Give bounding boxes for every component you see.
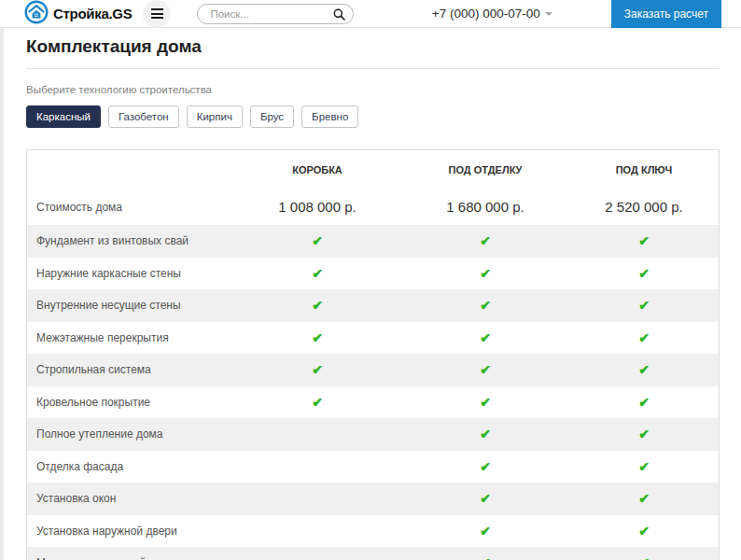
search-icon[interactable] xyxy=(333,7,345,24)
check-icon: ✔ xyxy=(480,427,491,441)
check-cell: ✔ xyxy=(233,329,401,346)
check-icon: ✔ xyxy=(638,524,650,539)
check-cell: ✔ xyxy=(401,329,569,346)
table-row: Установка окон ✔ ✔ xyxy=(27,483,719,515)
check-icon: ✔ xyxy=(480,362,491,377)
check-cell: ✔ xyxy=(401,554,569,560)
table-row: Наружние каркасные стены ✔ ✔ ✔ xyxy=(27,258,719,290)
check-icon: ✔ xyxy=(638,555,650,560)
check-cell: ✔ xyxy=(569,426,719,442)
check-cell: ✔ xyxy=(233,361,401,378)
check-icon: ✔ xyxy=(638,298,650,313)
check-icon: ✔ xyxy=(312,233,323,248)
column-header-pod-klyuch: ПОД КЛЮЧ xyxy=(569,164,719,175)
price-row-label: Стоимость дома xyxy=(27,201,233,214)
check-icon: ✔ xyxy=(312,266,323,281)
check-cell: ✔ xyxy=(401,297,569,314)
check-cell: ✔ xyxy=(569,458,719,475)
tab-gazobeton[interactable]: Газобетон xyxy=(108,105,179,128)
page-title: Комплектация дома xyxy=(26,37,720,56)
check-cell: ✔ xyxy=(569,361,719,378)
column-header-korobka: КОРОБКА xyxy=(233,164,401,175)
check-cell: ✔ xyxy=(569,554,719,560)
check-icon: ✔ xyxy=(638,459,650,474)
check-cell: ✔ xyxy=(233,394,401,411)
hamburger-icon xyxy=(151,8,163,10)
site-logo[interactable]: Стройка.GS xyxy=(24,0,132,28)
check-cell: ✔ xyxy=(401,426,569,442)
check-cell: ✔ xyxy=(401,265,569,282)
row-label: Межэтажные перекрытия xyxy=(27,331,233,344)
row-label: Стропильная система xyxy=(27,363,233,376)
house-logo-icon xyxy=(24,0,49,28)
logo-text: Стройка.GS xyxy=(53,6,132,21)
row-label: Установка наружной двери xyxy=(27,525,233,538)
check-icon: ✔ xyxy=(480,330,491,345)
check-cell: ✔ xyxy=(401,361,569,378)
check-icon: ✔ xyxy=(480,459,491,474)
table-row: Отделка фасада ✔ ✔ xyxy=(27,451,719,483)
table-row: Внутренние несущие стены ✔ ✔ ✔ xyxy=(27,289,719,322)
feature-rows: Фундамент из винтовых свай ✔ ✔ ✔ Наружни… xyxy=(27,225,719,560)
check-cell: ✔ xyxy=(569,232,719,249)
check-icon: ✔ xyxy=(480,555,491,560)
check-cell: ✔ xyxy=(569,490,719,507)
menu-button[interactable] xyxy=(143,0,171,28)
content: Комплектация дома Выберите технологию ст… xyxy=(4,28,741,560)
table-row: Монтаж водосточной системы ✔ ✔ xyxy=(27,547,719,560)
table-header-row: КОРОБКА ПОД ОТДЕЛКУ ПОД КЛЮЧ xyxy=(27,150,719,189)
check-icon: ✔ xyxy=(480,395,491,410)
check-icon: ✔ xyxy=(312,395,323,410)
row-label: Кровельное покрытие xyxy=(27,396,233,409)
package-comparison-table: КОРОБКА ПОД ОТДЕЛКУ ПОД КЛЮЧ Стоимость д… xyxy=(26,149,720,560)
check-icon: ✔ xyxy=(638,491,650,506)
check-cell: ✔ xyxy=(401,458,569,475)
search-input[interactable] xyxy=(197,4,354,24)
top-bar: Стройка.GS +7 (000) 000-07-00 Заказать р… xyxy=(0,0,741,28)
page-subtitle: Выберите технологию строительства xyxy=(26,84,720,95)
row-label: Отделка фасада xyxy=(27,460,233,473)
tab-kirpich[interactable]: Кирпич xyxy=(187,105,243,128)
check-icon: ✔ xyxy=(312,330,323,345)
row-label: Установка окон xyxy=(27,492,233,505)
table-row: Установка наружной двери ✔ ✔ xyxy=(27,515,719,548)
row-label: Полное утепление дома xyxy=(27,427,233,441)
check-cell: ✔ xyxy=(401,394,569,411)
row-label: Монтаж водосточной системы xyxy=(27,556,233,560)
technology-tabs: Каркасный Газобетон Кирпич Брус Бревно xyxy=(26,105,720,128)
check-cell: ✔ xyxy=(401,523,569,539)
price-pod-klyuch: 2 520 000 р. xyxy=(569,199,719,215)
tab-brus[interactable]: Брус xyxy=(250,105,294,128)
phone-number: +7 (000) 000-07-00 xyxy=(432,7,540,21)
tab-brevno[interactable]: Бревно xyxy=(301,105,358,128)
check-cell: ✔ xyxy=(233,265,401,282)
row-label: Фундамент из винтовых свай xyxy=(27,234,233,247)
column-header-pod-otdelku: ПОД ОТДЕЛКУ xyxy=(401,164,569,175)
price-row: Стоимость дома 1 008 000 р. 1 680 000 р.… xyxy=(27,189,719,225)
check-icon: ✔ xyxy=(480,491,491,506)
check-cell: ✔ xyxy=(569,329,719,346)
check-icon: ✔ xyxy=(638,362,650,377)
check-icon: ✔ xyxy=(480,266,491,281)
check-icon: ✔ xyxy=(480,524,491,539)
check-icon: ✔ xyxy=(312,298,323,313)
check-cell: ✔ xyxy=(233,232,401,249)
table-row: Межэтажные перекрытия ✔ ✔ ✔ xyxy=(27,322,719,355)
check-icon: ✔ xyxy=(638,395,650,410)
check-icon: ✔ xyxy=(638,266,650,281)
table-row: Кровельное покрытие ✔ ✔ ✔ xyxy=(27,386,719,419)
row-label: Внутренние несущие стены xyxy=(27,299,233,312)
check-icon: ✔ xyxy=(638,330,650,345)
check-cell: ✔ xyxy=(401,490,569,507)
table-row: Полное утепление дома ✔ ✔ xyxy=(27,418,719,451)
check-icon: ✔ xyxy=(312,362,323,377)
check-icon: ✔ xyxy=(638,233,650,248)
chevron-down-icon[interactable] xyxy=(545,12,552,16)
check-icon: ✔ xyxy=(638,427,650,441)
order-calculation-button[interactable]: Заказать расчет xyxy=(611,0,721,28)
table-row: Фундамент из винтовых свай ✔ ✔ ✔ xyxy=(27,225,719,258)
check-icon: ✔ xyxy=(480,298,491,313)
price-pod-otdelku: 1 680 000 р. xyxy=(401,199,569,215)
check-cell: ✔ xyxy=(569,523,719,539)
tab-karkasny[interactable]: Каркасный xyxy=(26,105,101,128)
